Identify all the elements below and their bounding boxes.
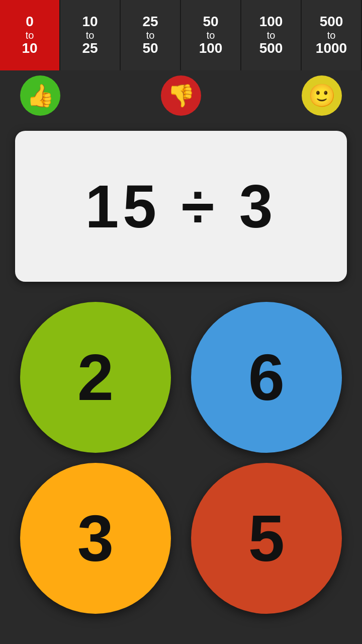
- answer-button-3[interactable]: 3: [20, 463, 171, 614]
- range-line2: 50: [142, 41, 158, 56]
- range-line2: 25: [82, 41, 98, 56]
- thumb-down-button[interactable]: 👎: [161, 75, 201, 116]
- range-line1: 25: [142, 14, 158, 30]
- range-line1: 10: [82, 14, 98, 30]
- controls-row: 👍 👎 🙂: [0, 70, 362, 121]
- range-line1: 0: [26, 14, 34, 30]
- smiley-icon: 🙂: [308, 83, 336, 109]
- question-card: 15 ÷ 3: [15, 131, 347, 282]
- answer-button-5[interactable]: 5: [191, 463, 342, 614]
- question-text: 15 ÷ 3: [85, 172, 277, 241]
- answers-grid: 2635: [0, 292, 362, 624]
- thumb-down-icon: 👎: [167, 83, 195, 109]
- range-line2: 100: [199, 41, 223, 56]
- smiley-button[interactable]: 🙂: [302, 75, 342, 116]
- range-line1: 50: [203, 14, 218, 30]
- thumb-up-button[interactable]: 👍: [20, 75, 60, 116]
- answer-button-6[interactable]: 6: [191, 302, 342, 453]
- range-tab-10-25[interactable]: 10 to 25: [60, 0, 121, 70]
- range-tab-25-50[interactable]: 25 to 50: [121, 0, 181, 70]
- range-tab-500-1000[interactable]: 500 to 1000: [302, 0, 362, 70]
- range-sep: to: [146, 30, 155, 41]
- thumb-up-icon: 👍: [27, 83, 54, 109]
- range-tab-0-10[interactable]: 0 to 10: [0, 0, 60, 70]
- range-bar: 0 to 10 10 to 25 25 to 50 50 to 100 100 …: [0, 0, 362, 70]
- range-line2: 1000: [316, 41, 347, 56]
- range-line2: 10: [22, 41, 37, 56]
- range-tab-50-100[interactable]: 50 to 100: [181, 0, 241, 70]
- range-sep: to: [26, 30, 34, 41]
- answer-button-2[interactable]: 2: [20, 302, 171, 453]
- range-line2: 500: [259, 41, 283, 56]
- range-sep: to: [86, 30, 95, 41]
- range-sep: to: [327, 30, 336, 41]
- range-line1: 100: [259, 14, 283, 30]
- range-tab-100-500[interactable]: 100 to 500: [241, 0, 302, 70]
- range-sep: to: [267, 30, 276, 41]
- range-sep: to: [207, 30, 215, 41]
- range-line1: 500: [320, 14, 343, 30]
